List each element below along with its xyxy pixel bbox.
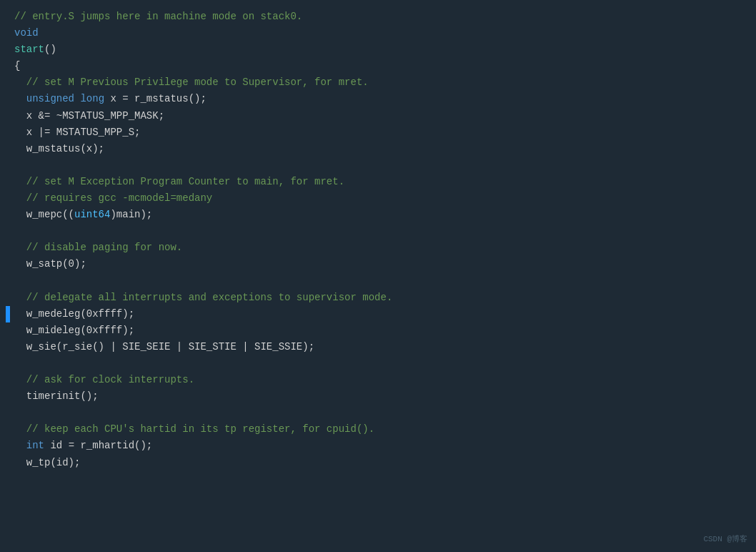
code-line: w_satp(0); xyxy=(14,256,745,272)
code-line: { xyxy=(14,58,745,74)
code-line: // keep each CPU's hartid in its tp regi… xyxy=(14,421,745,438)
code-token: // ask for clock interrupts. xyxy=(14,372,194,388)
code-token: void xyxy=(14,25,39,41)
code-token: w_mepc(( xyxy=(14,207,74,223)
code-token: w_tp(id); xyxy=(14,455,80,471)
code-token: w_sie(r_sie() | SIE_SEIE | SIE_STIE | SI… xyxy=(14,339,314,355)
code-token: id = r_mhartid(); xyxy=(44,438,152,454)
code-line: w_mepc((uint64)main); xyxy=(14,207,745,223)
code-token: timerinit(); xyxy=(14,388,99,405)
code-token: // requires gcc -mcmodel=medany xyxy=(14,190,212,207)
code-line: unsigned long x = r_mstatus(); xyxy=(14,91,745,107)
code-token: w_mstatus(x); xyxy=(14,141,104,157)
code-content: // entry.S jumps here in machine mode on… xyxy=(14,9,745,471)
code-line: w_mstatus(x); xyxy=(14,141,745,157)
code-token xyxy=(14,438,26,454)
code-token: uint64 xyxy=(74,207,110,223)
code-token: // entry.S jumps here in machine mode on… xyxy=(14,9,302,25)
code-token: // disable paging for now. xyxy=(14,240,182,256)
code-editor: // entry.S jumps here in machine mode on… xyxy=(0,0,756,552)
line-indicator xyxy=(6,306,10,322)
code-line xyxy=(14,355,745,372)
code-token: () xyxy=(44,41,56,58)
code-token: // delegate all interrupts and exception… xyxy=(14,290,392,306)
code-line: void xyxy=(14,25,745,41)
code-line: w_mideleg(0xffff); xyxy=(14,322,745,339)
code-line: // delegate all interrupts and exception… xyxy=(14,290,745,306)
code-token: w_satp(0); xyxy=(14,256,86,272)
watermark: CSDN @博客 xyxy=(703,533,747,546)
code-token: )main); xyxy=(110,207,152,223)
code-token: x = r_mstatus(); xyxy=(104,91,207,107)
code-line: w_sie(r_sie() | SIE_SEIE | SIE_STIE | SI… xyxy=(14,339,745,355)
code-token: // keep each CPU's hartid in its tp regi… xyxy=(14,421,374,438)
code-token: w_medeleg(0xffff); xyxy=(14,306,134,322)
code-line: int id = r_mhartid(); xyxy=(14,438,745,454)
code-token xyxy=(14,91,26,107)
code-token: // set M Previous Privilege mode to Supe… xyxy=(14,74,369,91)
code-line: timerinit(); xyxy=(14,388,745,405)
code-token: x |= MSTATUS_MPP_S; xyxy=(14,124,140,141)
code-line xyxy=(14,273,745,290)
code-line: // entry.S jumps here in machine mode on… xyxy=(14,9,745,25)
code-line: // disable paging for now. xyxy=(14,240,745,256)
code-token: // set M Exception Program Counter to ma… xyxy=(14,174,344,190)
code-line: // ask for clock interrupts. xyxy=(14,372,745,388)
code-line: x |= MSTATUS_MPP_S; xyxy=(14,124,745,141)
code-line: w_medeleg(0xffff); xyxy=(14,306,745,322)
code-line: x &= ~MSTATUS_MPP_MASK; xyxy=(14,108,745,124)
code-line xyxy=(14,223,745,240)
code-line: // requires gcc -mcmodel=medany xyxy=(14,190,745,207)
code-line xyxy=(14,405,745,421)
code-line: start() xyxy=(14,41,745,58)
code-token: start xyxy=(14,41,44,58)
code-token: { xyxy=(14,58,20,74)
code-line: // set M Previous Privilege mode to Supe… xyxy=(14,74,745,91)
code-token: unsigned long xyxy=(26,91,104,107)
code-line xyxy=(14,157,745,174)
code-token: w_mideleg(0xffff); xyxy=(14,322,134,339)
code-token: x &= ~MSTATUS_MPP_MASK; xyxy=(14,108,164,124)
code-line: // set M Exception Program Counter to ma… xyxy=(14,174,745,190)
code-token: int xyxy=(26,438,44,454)
code-line: w_tp(id); xyxy=(14,455,745,471)
